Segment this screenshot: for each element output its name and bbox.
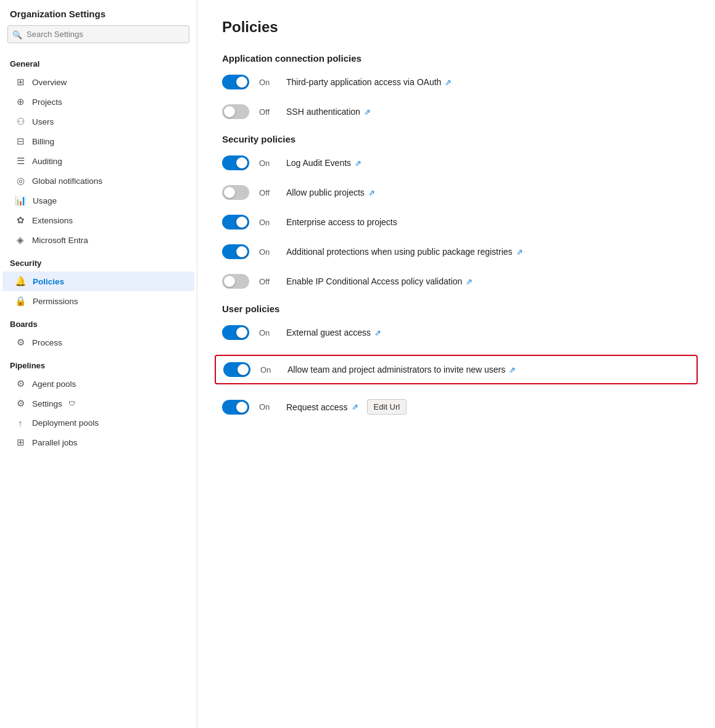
toggle-additional-protections[interactable] bbox=[222, 244, 249, 259]
sidebar-item-settings[interactable]: ⚙Settings🛡 bbox=[2, 394, 194, 413]
toggle-track-invite-users[interactable] bbox=[223, 362, 250, 377]
policy-text-enterprise-access: Enterprise access to projects bbox=[286, 217, 397, 227]
auditing-icon: ☰ bbox=[15, 155, 26, 167]
sidebar-item-label: Projects bbox=[32, 97, 62, 107]
sidebar-item-parallel-jobs[interactable]: ⊞Parallel jobs bbox=[2, 432, 194, 452]
sidebar-item-label: Microsoft Entra bbox=[32, 236, 88, 245]
toggle-state-label-enterprise-access: On bbox=[259, 218, 276, 227]
sidebar-item-label: Overview bbox=[32, 78, 67, 87]
toggle-oauth[interactable] bbox=[222, 75, 249, 89]
policy-link-icon-additional-protections[interactable]: ⇗ bbox=[516, 247, 523, 257]
policy-row-external-guest: OnExternal guest access⇗ bbox=[222, 325, 690, 340]
toggle-request-access[interactable] bbox=[222, 400, 249, 415]
toggle-enterprise-access[interactable] bbox=[222, 215, 249, 230]
toggle-public-projects[interactable] bbox=[222, 185, 249, 200]
toggle-state-label-external-guest: On bbox=[259, 328, 276, 337]
settings-icon: ⚙ bbox=[15, 398, 26, 409]
process-icon: ⚙ bbox=[15, 337, 26, 348]
sidebar-item-billing[interactable]: ⊟Billing bbox=[2, 131, 194, 151]
toggle-track-oauth[interactable] bbox=[222, 75, 249, 89]
projects-icon: ⊕ bbox=[15, 96, 26, 107]
policy-section-label-user: User policies bbox=[222, 304, 690, 314]
search-input[interactable] bbox=[7, 25, 189, 43]
sidebar-item-overview[interactable]: ⊞Overview bbox=[2, 72, 194, 92]
sidebar-item-policies[interactable]: 🔔Policies bbox=[2, 271, 194, 291]
policy-row-invite-users: OnAllow team and project administrators … bbox=[215, 355, 698, 384]
sidebar-item-process[interactable]: ⚙Process bbox=[2, 333, 194, 352]
policy-section-app-connection: Application connection policiesOnThird-p… bbox=[222, 53, 690, 119]
policy-section-user: User policiesOnExternal guest access⇗OnA… bbox=[222, 304, 690, 415]
parallel-jobs-icon: ⊞ bbox=[15, 437, 26, 448]
policy-link-icon-log-audit[interactable]: ⇗ bbox=[355, 159, 362, 168]
toggle-ssh[interactable] bbox=[222, 104, 249, 119]
sidebar-item-global-notifications[interactable]: ◎Global notifications bbox=[2, 171, 194, 191]
policy-row-enterprise-access: OnEnterprise access to projects bbox=[222, 215, 690, 230]
sidebar-item-label: Parallel jobs bbox=[32, 438, 78, 447]
toggle-track-log-audit[interactable] bbox=[222, 155, 249, 170]
users-icon: ⚇ bbox=[15, 116, 26, 127]
toggle-invite-users[interactable] bbox=[223, 362, 250, 377]
sidebar-item-auditing[interactable]: ☰Auditing bbox=[2, 151, 194, 171]
toggle-track-ssh[interactable] bbox=[222, 104, 249, 119]
toggle-track-external-guest[interactable] bbox=[222, 325, 249, 340]
policy-text-ip-conditional: Enable IP Conditional Access policy vali… bbox=[286, 276, 473, 286]
microsoft-entra-icon: ◈ bbox=[15, 234, 26, 246]
toggle-ip-conditional[interactable] bbox=[222, 274, 249, 289]
permissions-icon: 🔒 bbox=[15, 296, 27, 307]
policy-row-additional-protections: OnAdditional protections when using publ… bbox=[222, 244, 690, 259]
sidebar-item-deployment-pools[interactable]: ↑Deployment pools bbox=[2, 413, 194, 432]
toggle-state-label-additional-protections: On bbox=[259, 247, 276, 257]
sidebar-item-permissions[interactable]: 🔒Permissions bbox=[2, 291, 194, 311]
toggle-track-additional-protections[interactable] bbox=[222, 244, 249, 259]
sidebar-item-label: Global notifications bbox=[32, 176, 102, 186]
policies-icon: 🔔 bbox=[15, 276, 27, 287]
sidebar-section-pipelines: Pipelines bbox=[0, 352, 197, 374]
policy-link-icon-oauth[interactable]: ⇗ bbox=[445, 78, 452, 87]
policy-link-icon-ssh[interactable]: ⇗ bbox=[364, 107, 371, 117]
policy-text-invite-users: Allow team and project administrators to… bbox=[287, 365, 516, 374]
policy-section-label-app-connection: Application connection policies bbox=[222, 53, 690, 64]
sidebar-section-security: Security bbox=[0, 250, 197, 271]
toggle-state-label-public-projects: Off bbox=[259, 188, 276, 197]
policy-link-icon-ip-conditional[interactable]: ⇗ bbox=[466, 277, 473, 286]
toggle-log-audit[interactable] bbox=[222, 155, 249, 170]
toggle-external-guest[interactable] bbox=[222, 325, 249, 340]
toggle-state-label-ssh: Off bbox=[259, 107, 276, 117]
policy-text-oauth: Third-party application access via OAuth… bbox=[286, 77, 452, 87]
toggle-state-label-log-audit: On bbox=[259, 159, 276, 168]
search-box[interactable]: 🔍 bbox=[7, 25, 189, 43]
toggle-track-ip-conditional[interactable] bbox=[222, 274, 249, 289]
sidebar-item-label: Process bbox=[32, 338, 62, 347]
sidebar-item-projects[interactable]: ⊕Projects bbox=[2, 92, 194, 112]
policy-link-icon-request-access[interactable]: ⇗ bbox=[352, 402, 358, 412]
policy-row-log-audit: OnLog Audit Events⇗ bbox=[222, 155, 690, 170]
toggle-track-request-access[interactable] bbox=[222, 400, 249, 415]
sidebar-item-agent-pools[interactable]: ⚙Agent pools bbox=[2, 374, 194, 394]
sidebar-item-usage[interactable]: 📊Usage bbox=[2, 191, 194, 210]
extensions-icon: ✿ bbox=[15, 215, 26, 226]
policy-link-icon-invite-users[interactable]: ⇗ bbox=[509, 365, 516, 374]
policy-link-icon-external-guest[interactable]: ⇗ bbox=[374, 328, 381, 337]
policy-link-icon-public-projects[interactable]: ⇗ bbox=[368, 188, 375, 197]
sidebar-item-extensions[interactable]: ✿Extensions bbox=[2, 210, 194, 230]
sidebar-section-general: General bbox=[0, 51, 197, 72]
toggle-state-label-invite-users: On bbox=[260, 365, 278, 374]
policy-text-log-audit: Log Audit Events⇗ bbox=[286, 158, 362, 168]
sidebar-item-users[interactable]: ⚇Users bbox=[2, 112, 194, 131]
sidebar-item-label: Auditing bbox=[32, 157, 62, 166]
sidebar-item-label: Policies bbox=[33, 277, 64, 286]
edit-url-button-request-access[interactable]: Edit Url bbox=[367, 399, 407, 415]
toggle-track-enterprise-access[interactable] bbox=[222, 215, 249, 230]
page-title: Policies bbox=[222, 19, 690, 36]
sidebar-item-label: Extensions bbox=[32, 216, 73, 225]
sidebar-item-microsoft-entra[interactable]: ◈Microsoft Entra bbox=[2, 230, 194, 250]
overview-icon: ⊞ bbox=[15, 77, 26, 88]
policy-row-request-access: OnRequest access⇗Edit Url bbox=[222, 399, 690, 415]
toggle-track-public-projects[interactable] bbox=[222, 185, 249, 200]
sidebar-item-label: Agent pools bbox=[32, 379, 76, 389]
main-content: Policies Application connection policies… bbox=[197, 0, 715, 728]
policy-text-ssh: SSH authentication⇗ bbox=[286, 107, 371, 117]
policy-section-label-security: Security policies bbox=[222, 134, 690, 144]
policy-row-ip-conditional: OffEnable IP Conditional Access policy v… bbox=[222, 274, 690, 289]
sidebar: Organization Settings 🔍 General⊞Overview… bbox=[0, 0, 197, 728]
